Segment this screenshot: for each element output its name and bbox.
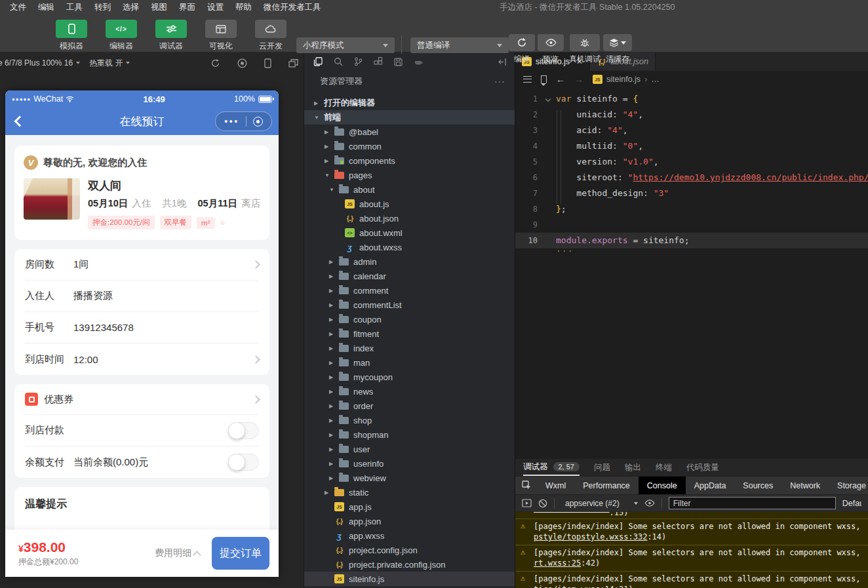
code-line-8[interactable]: 8};: [515, 201, 868, 217]
source-control-icon[interactable]: [354, 57, 363, 66]
remote-debug-button[interactable]: 真机调试: [569, 34, 601, 65]
plugin-icon[interactable]: [414, 58, 424, 66]
files-icon[interactable]: [313, 57, 323, 66]
log-level-select[interactable]: Default lev: [842, 499, 861, 508]
tree-item-打开的编辑器[interactable]: ▶打开的编辑器: [304, 96, 515, 110]
filter-input[interactable]: [669, 497, 836, 509]
inspect-icon[interactable]: [522, 480, 532, 490]
hot-reload-select[interactable]: 热重载 开: [89, 58, 130, 69]
tab-output[interactable]: 输出: [625, 462, 641, 473]
search-icon[interactable]: [334, 57, 343, 66]
tree-item-calendar[interactable]: ▶calendar: [304, 269, 515, 283]
tree-item-shop[interactable]: ▶shop: [304, 413, 515, 427]
menu-item-设置[interactable]: 设置: [201, 0, 229, 14]
tab-code-quality[interactable]: 代码质量: [686, 462, 719, 473]
tree-item-user[interactable]: ▶user: [304, 442, 515, 456]
tree-item-userinfo[interactable]: ▶userinfo: [304, 456, 515, 471]
compile-mode-select[interactable]: 普通编译: [410, 37, 509, 53]
debugger-button[interactable]: 调试器: [155, 20, 187, 52]
tree-item-about.wxss[interactable]: ʒabout.wxss: [304, 240, 515, 254]
tree-item-comment[interactable]: ▶comment: [304, 283, 515, 298]
devtools-tab-wxml[interactable]: Wxml: [537, 477, 574, 494]
code-line-6[interactable]: 6 siteroot: "https://demo10.ynjdzzd008.c…: [515, 170, 868, 186]
form-row-手机号[interactable]: 手机号13912345678: [25, 312, 259, 343]
tree-item-app.js[interactable]: JSapp.js: [304, 500, 515, 514]
visualize-button[interactable]: 可视化: [205, 20, 237, 52]
code-line-9[interactable]: 9: [515, 217, 868, 233]
tree-item-index[interactable]: ▶index: [304, 341, 515, 355]
balance-pay-toggle[interactable]: [228, 454, 259, 471]
tree-item-webview[interactable]: ▶webview: [304, 471, 515, 485]
devtools-tab-performance[interactable]: Performance: [574, 477, 639, 494]
fee-detail-button[interactable]: 费用明细: [155, 547, 200, 559]
menu-item-视图[interactable]: 视图: [145, 0, 173, 14]
show-sidebar-icon[interactable]: [522, 499, 532, 507]
menu-item-编辑[interactable]: 编辑: [32, 0, 60, 14]
extensions-icon[interactable]: [374, 57, 383, 66]
tree-item-pages[interactable]: ▼pages: [304, 168, 515, 182]
tree-item-fitment[interactable]: ▶fitment: [304, 326, 515, 341]
editor-button[interactable]: </> 编辑器: [105, 20, 138, 52]
device-frame-icon[interactable]: [264, 58, 271, 68]
device-select[interactable]: e 6/7/8 Plus 100% 16: [0, 58, 80, 68]
tree-item-app.wxss[interactable]: ʒapp.wxss: [304, 528, 515, 543]
context-select[interactable]: appservice (#2): [565, 499, 638, 508]
more-actions-button[interactable]: ···: [494, 76, 505, 87]
separate-window-icon[interactable]: [288, 59, 298, 68]
clear-console-icon[interactable]: [538, 499, 547, 508]
devtools-tab-appdata[interactable]: AppData: [686, 477, 735, 494]
preview-button[interactable]: 预览: [538, 34, 564, 65]
clear-cache-button[interactable]: 清缓存: [603, 34, 632, 65]
refresh-icon[interactable]: [210, 58, 220, 68]
form-row-入住人[interactable]: 入住人播播资源: [25, 281, 259, 312]
tab-problems[interactable]: 问题: [594, 462, 610, 473]
coupon-row[interactable]: 优惠券: [25, 384, 259, 415]
menu-item-转到[interactable]: 转到: [89, 0, 117, 14]
source-link[interactable]: rt.wxss:25: [534, 559, 581, 568]
source-link[interactable]: pstyle/topstyle.wxss:332: [534, 532, 647, 541]
menu-item-选择[interactable]: 选择: [117, 0, 145, 14]
menu-item-工具[interactable]: 工具: [60, 0, 89, 14]
devtools-tab-network[interactable]: Network: [781, 477, 829, 494]
menu-item-帮助[interactable]: 帮助: [229, 0, 258, 14]
code-line-3[interactable]: 3 acid: "4",: [515, 123, 868, 138]
tree-item-about[interactable]: ▼about: [304, 182, 515, 197]
devtools-tab-storage[interactable]: Storage: [829, 477, 868, 494]
tree-item-project.private.config.json[interactable]: {..}project.private.config.json: [304, 557, 515, 572]
code-line-7[interactable]: 7 method_design: "3": [515, 186, 868, 201]
back-arrow-icon[interactable]: ←: [556, 74, 565, 85]
form-row-房间数[interactable]: 房间数1间: [25, 249, 259, 281]
tree-item-coupon[interactable]: ▶coupon: [304, 312, 515, 326]
tree-item-@babel[interactable]: ▶@babel: [304, 125, 515, 139]
code-line-4[interactable]: 4 multiid: "0",: [515, 138, 868, 154]
devtools-tab-sources[interactable]: Sources: [734, 477, 781, 494]
bookmark-icon[interactable]: [541, 75, 547, 83]
devtools-tab-console[interactable]: Console: [639, 477, 686, 494]
tree-item-man[interactable]: ▶man: [304, 355, 515, 370]
collapse-sidebar-icon[interactable]: [498, 58, 507, 66]
mode-select[interactable]: 小程序模式: [296, 37, 395, 53]
exit-miniprogram-button[interactable]: [253, 117, 263, 127]
tree-item-siteinfo.js[interactable]: JSsiteinfo.js: [304, 572, 515, 586]
tab-debugger[interactable]: 调试器 2, 57: [523, 459, 580, 476]
submit-order-button[interactable]: 提交订单: [212, 537, 269, 570]
code-line-2[interactable]: 2 uniacid: "4",: [515, 107, 868, 123]
eye-icon[interactable]: [644, 500, 655, 507]
forward-arrow-icon[interactable]: →: [574, 74, 583, 85]
outline-icon[interactable]: [523, 76, 532, 83]
tree-item-project.config.json[interactable]: {..}project.config.json: [304, 543, 515, 557]
source-link[interactable]: tice/item.wxss:14: [534, 585, 614, 588]
breadcrumb-file[interactable]: JS siteinfo.js › …: [593, 75, 660, 84]
code-line-1[interactable]: 1var siteinfo = {: [515, 91, 868, 107]
tree-item-static[interactable]: ▶static: [304, 485, 515, 500]
code-line-5[interactable]: 5 version: "v1.0",: [515, 154, 868, 170]
tree-item-news[interactable]: ▶news: [304, 384, 515, 399]
tab-terminal[interactable]: 终端: [656, 462, 672, 473]
save-icon[interactable]: [394, 58, 403, 66]
tree-item-commentList[interactable]: ▶commentList: [304, 298, 515, 312]
tree-item-mycoupon[interactable]: ▶mycoupon: [304, 370, 515, 384]
menu-item-微信开发者工具[interactable]: 微信开发者工具: [258, 0, 327, 14]
tree-item-admin[interactable]: ▶admin: [304, 254, 515, 269]
form-row-到店时间[interactable]: 到店时间12:00: [25, 343, 259, 375]
tree-item-shopman[interactable]: ▶shopman: [304, 427, 515, 442]
